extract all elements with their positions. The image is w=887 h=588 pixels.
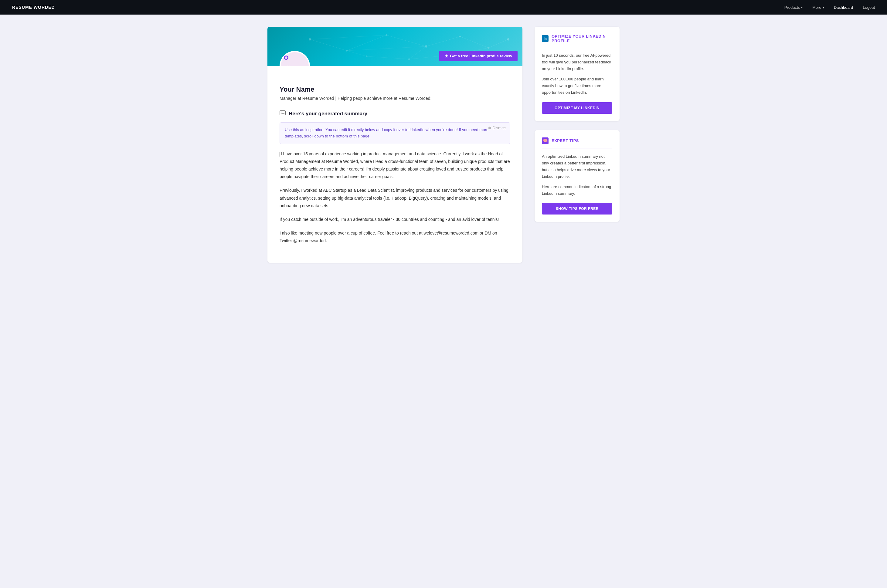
nav-dashboard[interactable]: Dashboard bbox=[834, 5, 853, 10]
linkedin-icon: in bbox=[542, 35, 549, 42]
main-content: ⚬ ★ Get a free LinkedIn profile review Y… bbox=[268, 27, 522, 263]
linkedin-card-header: in OPTIMIZE YOUR LINKEDIN PROFILE bbox=[542, 34, 612, 43]
svg-line-19 bbox=[367, 56, 409, 59]
dismiss-button[interactable]: ⊗ Dismiss bbox=[488, 126, 507, 130]
summary-section: Here's your generated summary Use this a… bbox=[268, 110, 522, 263]
linkedin-card-body: In just 10 seconds, our free AI-powered … bbox=[542, 52, 612, 96]
nav-products[interactable]: Products ▾ bbox=[785, 5, 803, 10]
tips-divider bbox=[542, 148, 612, 148]
summary-heading: Here's your generated summary bbox=[280, 110, 510, 117]
profile-avatar-wrapper: ⚬ bbox=[280, 51, 310, 66]
profile-headline: Manager at Resume Worded | Helping peopl… bbox=[280, 96, 510, 101]
summary-icon bbox=[280, 110, 286, 117]
summary-paragraph-2: Previously, I worked at ABC Startup as a… bbox=[280, 187, 510, 210]
nav-logout[interactable]: Logout bbox=[863, 5, 875, 10]
svg-line-12 bbox=[386, 35, 426, 46]
svg-line-14 bbox=[460, 36, 489, 48]
tips-card-body: An optimized LinkedIn summary not only c… bbox=[542, 153, 612, 197]
brain-icon: 🧠 bbox=[542, 138, 549, 144]
optimize-linkedin-button[interactable]: OPTIMIZE MY LINKEDIN bbox=[542, 102, 612, 114]
svg-line-10 bbox=[310, 39, 347, 51]
svg-line-15 bbox=[489, 39, 508, 48]
profile-avatar: ⚬ bbox=[280, 51, 310, 66]
more-chevron-icon: ▾ bbox=[822, 6, 824, 9]
circle-x-icon: ⊗ bbox=[488, 126, 492, 130]
svg-rect-24 bbox=[280, 111, 285, 115]
nav-items: Products ▾ More ▾ Dashboard Logout bbox=[785, 5, 875, 10]
profile-banner: ⚬ ★ Get a free LinkedIn profile review bbox=[268, 27, 522, 66]
info-box: Use this as inspiration. You can edit it… bbox=[280, 122, 510, 144]
products-chevron-icon: ▾ bbox=[801, 6, 803, 9]
text-cursor bbox=[280, 152, 280, 156]
profile-info-section: Your Name Manager at Resume Worded | Hel… bbox=[268, 66, 522, 110]
page-wrapper: ⚬ ★ Get a free LinkedIn profile review Y… bbox=[262, 15, 625, 275]
svg-line-18 bbox=[347, 51, 367, 56]
summary-text[interactable]: I have over 15 years of experience worki… bbox=[280, 150, 510, 245]
review-button-wrapper: ★ Get a free LinkedIn profile review bbox=[439, 51, 517, 61]
svg-point-26 bbox=[281, 114, 282, 114]
expert-tips-card: 🧠 EXPERT TIPS An optimized LinkedIn summ… bbox=[535, 130, 619, 222]
svg-line-11 bbox=[347, 35, 386, 51]
profile-name: Your Name bbox=[280, 86, 510, 93]
summary-paragraph-1: I have over 15 years of experience worki… bbox=[280, 150, 510, 181]
svg-point-25 bbox=[281, 112, 282, 112]
sidebar: in OPTIMIZE YOUR LINKEDIN PROFILE In jus… bbox=[535, 27, 619, 222]
navbar: RESUME WORDED Products ▾ More ▾ Dashboar… bbox=[0, 0, 887, 15]
star-icon: ★ bbox=[445, 54, 448, 58]
user-icon: ⚬ bbox=[281, 52, 309, 66]
brand-logo: RESUME WORDED bbox=[12, 5, 55, 10]
svg-point-23 bbox=[285, 66, 291, 66]
tips-card-header: 🧠 EXPERT TIPS bbox=[542, 138, 612, 144]
summary-paragraph-4: I also like meeting new people over a cu… bbox=[280, 230, 510, 244]
summary-paragraph-3: If you catch me outside of work, I'm an … bbox=[280, 216, 510, 223]
linkedin-review-button[interactable]: ★ Get a free LinkedIn profile review bbox=[439, 51, 517, 61]
svg-line-16 bbox=[310, 35, 386, 39]
svg-line-13 bbox=[426, 36, 460, 46]
svg-line-21 bbox=[409, 46, 426, 59]
info-box-text: Use this as inspiration. You can edit it… bbox=[285, 127, 505, 140]
nav-more[interactable]: More ▾ bbox=[812, 5, 824, 10]
tips-card-title: EXPERT TIPS bbox=[552, 138, 579, 143]
linkedin-divider bbox=[542, 47, 612, 47]
svg-line-17 bbox=[347, 46, 426, 51]
linkedin-optimize-card: in OPTIMIZE YOUR LINKEDIN PROFILE In jus… bbox=[535, 27, 619, 121]
linkedin-card-title: OPTIMIZE YOUR LINKEDIN PROFILE bbox=[552, 34, 612, 43]
show-tips-button[interactable]: SHOW TIPS FOR FREE bbox=[542, 203, 612, 214]
